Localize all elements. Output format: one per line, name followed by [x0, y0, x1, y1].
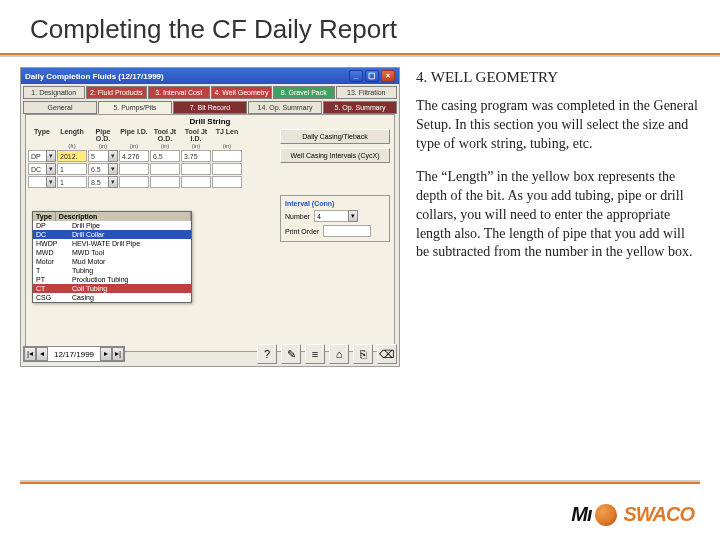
dd-pt[interactable]: PTProduction Tubing [33, 275, 191, 284]
dd-mwd[interactable]: MWDMWD Tool [33, 248, 191, 257]
dd-dc[interactable]: DCDrill Collar [33, 230, 191, 239]
chevron-down-icon[interactable]: ▾ [108, 150, 118, 162]
row3-type[interactable]: ▾ [28, 176, 56, 188]
logo-dot-icon [595, 504, 617, 526]
unit-pod: (in) [88, 143, 118, 149]
row1-tjod[interactable]: 6.5 [150, 150, 180, 162]
logo-swaco: SWACO [623, 503, 694, 526]
tab-op-summary-2[interactable]: 5. Op. Summary [323, 101, 397, 114]
col-pipe-od: Pipe O.D. [88, 128, 118, 142]
delete-icon[interactable]: ⌫ [377, 344, 397, 364]
bottom-bar: |◂ ◂ 12/17/1999 ▸ ▸| ? ✎ ≡ ⌂ ⎘ ⌫ [23, 344, 397, 364]
date-display: 12/17/1999 [48, 350, 100, 359]
col-type: Type [28, 128, 56, 142]
logo-mi: Mı [571, 503, 591, 526]
paragraph-1: The casing program was completed in the … [416, 97, 700, 154]
tab-pumps-pits[interactable]: 5. Pumps/Pits [98, 101, 172, 114]
row3-pid[interactable] [119, 176, 149, 188]
dd-tubing[interactable]: TTubing [33, 266, 191, 275]
chevron-down-icon[interactable]: ▾ [108, 163, 118, 175]
edit-icon[interactable]: ✎ [281, 344, 301, 364]
mi-swaco-logo: Mı SWACO [571, 503, 694, 526]
row1-length[interactable]: 2012. [57, 150, 87, 162]
home-icon[interactable]: ⌂ [329, 344, 349, 364]
tab-general[interactable]: General [23, 101, 97, 114]
row2-tjlen[interactable] [212, 163, 242, 175]
panel-drillstring: Drill String Type Length Pipe O.D. Pipe … [25, 114, 395, 352]
help-icon[interactable]: ? [257, 344, 277, 364]
dd-ct[interactable]: CTCoil Tubing [33, 284, 191, 293]
row2-type[interactable]: DC▾ [28, 163, 56, 175]
tab-interval-cost[interactable]: 3. Interval Cost [148, 86, 210, 99]
row2-length[interactable]: 1 [57, 163, 87, 175]
window-titlebar: Daily Completion Fluids (12/17/1999) _ ▢… [21, 68, 399, 84]
chevron-down-icon[interactable]: ▾ [46, 176, 56, 188]
well-casing-intervals-button[interactable]: Well Casing Intervals (CycX) [280, 148, 390, 163]
unit-tjod: (in) [150, 143, 180, 149]
dd-hwdp[interactable]: HWDPHEVI-WATE Drill Pipe [33, 239, 191, 248]
interval-conn-box: Interval (Conn) Number 4▾ Print Order [280, 195, 390, 242]
row2-pid[interactable] [119, 163, 149, 175]
section-heading: 4. WELL GEOMETRY [416, 67, 700, 87]
tab-row-1: 1. Designation 2. Fluid Products 3. Inte… [21, 84, 399, 99]
close-button[interactable]: × [381, 70, 395, 82]
row3-length[interactable]: 1 [57, 176, 87, 188]
row2-tjid[interactable] [181, 163, 211, 175]
dd-csg[interactable]: CSGCasing [33, 293, 191, 302]
app-screenshot: Daily Completion Fluids (12/17/1999) _ ▢… [20, 67, 400, 367]
footer-divider [20, 480, 700, 484]
print-order-input[interactable] [323, 225, 371, 237]
tab-well-geometry[interactable]: 4. Well Geometry [211, 86, 273, 99]
dd-dp[interactable]: DPDrill Pipe [33, 221, 191, 230]
row3-pod[interactable]: 8.5▾ [88, 176, 118, 188]
row2-pod[interactable]: 6.5▾ [88, 163, 118, 175]
tab-bit-record[interactable]: 7. Bit Record [173, 101, 247, 114]
maximize-button[interactable]: ▢ [365, 70, 379, 82]
tab-fluid-products[interactable]: 2. Fluid Products [86, 86, 148, 99]
paragraph-2: The “Length” in the yellow box represent… [416, 168, 700, 262]
tab-gravel-pack[interactable]: 8. Gravel Pack [273, 86, 335, 99]
copy-icon[interactable]: ⎘ [353, 344, 373, 364]
list-icon[interactable]: ≡ [305, 344, 325, 364]
row1-tjid[interactable]: 3.75 [181, 150, 211, 162]
tab-row-2: General 5. Pumps/Pits 7. Bit Record 14. … [21, 99, 399, 114]
dd-motor[interactable]: MotorMud Motor [33, 257, 191, 266]
row1-pid[interactable]: 4.276 [119, 150, 149, 162]
chevron-down-icon[interactable]: ▾ [46, 150, 56, 162]
number-label: Number [285, 213, 310, 220]
chevron-down-icon[interactable]: ▾ [348, 210, 358, 222]
row1-type[interactable]: DP▾ [28, 150, 56, 162]
col-tj-od: Tool Jt O.D. [150, 128, 180, 142]
row1-tjlen[interactable] [212, 150, 242, 162]
col-tj-id: Tool Jt I.D. [181, 128, 211, 142]
slide-title: Completing the CF Daily Report [0, 0, 720, 53]
chevron-down-icon[interactable]: ▾ [46, 163, 56, 175]
tab-designation[interactable]: 1. Designation [23, 86, 85, 99]
window-title: Daily Completion Fluids (12/17/1999) [25, 72, 164, 81]
unit-tjid: (in) [181, 143, 211, 149]
tab-op-summary-1[interactable]: 14. Op. Summary [248, 101, 322, 114]
unit-pid: (in) [119, 143, 149, 149]
tab-filtration[interactable]: 13. Filtration [336, 86, 398, 99]
unit-length: (ft) [57, 143, 87, 149]
type-dropdown[interactable]: TypeDescription DPDrill Pipe DCDrill Col… [32, 211, 192, 303]
minimize-button[interactable]: _ [349, 70, 363, 82]
number-select[interactable]: 4▾ [314, 210, 358, 222]
nav-prev-button[interactable]: ◂ [36, 347, 48, 361]
row1-pod[interactable]: 5▾ [88, 150, 118, 162]
row3-tjlen[interactable] [212, 176, 242, 188]
row3-tjod[interactable] [150, 176, 180, 188]
nav-last-button[interactable]: ▸| [112, 347, 124, 361]
row2-tjod[interactable] [150, 163, 180, 175]
daily-casing-button[interactable]: Daily Casing/Tieback [280, 129, 390, 144]
nav-next-button[interactable]: ▸ [100, 347, 112, 361]
drillstring-heading: Drill String [28, 117, 392, 126]
col-pipe-id: Pipe I.D. [119, 128, 149, 142]
dd-hdr-desc: Description [56, 212, 191, 221]
row3-tjid[interactable] [181, 176, 211, 188]
col-length: Length [57, 128, 87, 142]
chevron-down-icon[interactable]: ▾ [108, 176, 118, 188]
interval-conn-title: Interval (Conn) [285, 200, 385, 207]
nav-first-button[interactable]: |◂ [24, 347, 36, 361]
date-navigator: |◂ ◂ 12/17/1999 ▸ ▸| [23, 346, 125, 362]
